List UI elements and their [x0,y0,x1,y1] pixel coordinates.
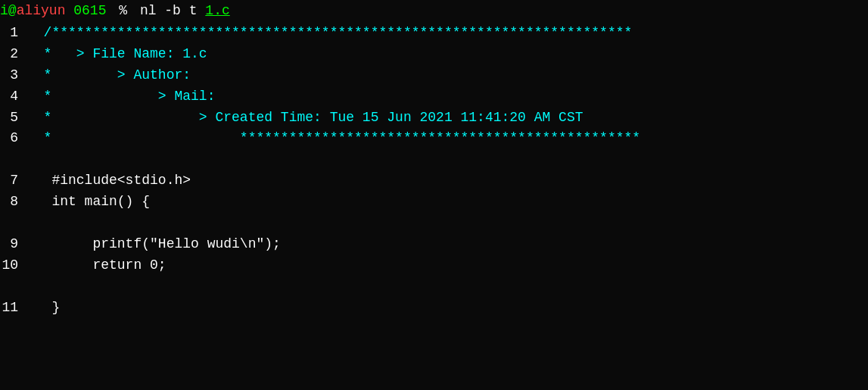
line-content: /***************************************… [21,23,632,44]
line-content: * > File Name: 1.c [21,44,207,65]
prompt-user: i [0,3,8,18]
blank-line [0,213,868,234]
table-row: 11 } [0,298,868,319]
prompt-file[interactable]: 1.c [205,3,229,18]
table-row: 1 /*************************************… [0,23,868,44]
line-number: 8 [0,192,21,213]
line-content: } [21,298,60,319]
prompt-percent: % [119,3,127,18]
line-number: 2 [0,44,21,65]
blank-line [0,149,868,170]
table-row: 6 * ************************************… [0,128,868,149]
line-content: * > Created Time: Tue 15 Jun 2021 11:41:… [21,108,583,129]
table-row: 10 return 0; [0,255,868,276]
line-number: 5 [0,108,21,129]
line-content: printf("Hello wudi\n"); [21,234,281,255]
prompt-host: aliyun [17,3,66,18]
line-number: 7 [0,170,21,192]
blank-line [0,276,868,298]
table-row: 5 * > Created Time: Tue 15 Jun 2021 11:4… [0,108,868,129]
prompt-at: @ [8,3,17,18]
line-content: int main() { [21,192,150,213]
table-row: 8 int main() { [0,192,868,213]
prompt-dir: 0615 [73,3,106,18]
table-row: 7 #include<stdio.h> [0,170,868,192]
terminal-window: i@aliyun 0615 % nl -b t 1.c 1 /*********… [0,0,868,390]
line-content: * > Mail: [21,86,215,108]
line-number: 9 [0,234,21,255]
line-number: 4 [0,86,21,108]
line-content: * **************************************… [21,128,640,149]
table-row: 4 * > Mail: [0,86,868,108]
table-row: 9 printf("Hello wudi\n"); [0,234,868,255]
table-row: 2 * > File Name: 1.c [0,44,868,65]
line-number: 11 [0,298,21,319]
line-number: 3 [0,65,21,86]
code-output: 1 /*************************************… [0,23,868,318]
line-content: return 0; [21,255,166,276]
line-number: 10 [0,255,21,276]
line-number: 6 [0,128,21,149]
prompt-command: nl -b t [140,3,205,18]
prompt-line: i@aliyun 0615 % nl -b t 1.c [0,0,868,23]
line-content: * > Author: [21,65,191,86]
line-number: 1 [0,23,21,44]
table-row: 3 * > Author: [0,65,868,86]
line-content: #include<stdio.h> [21,170,191,192]
